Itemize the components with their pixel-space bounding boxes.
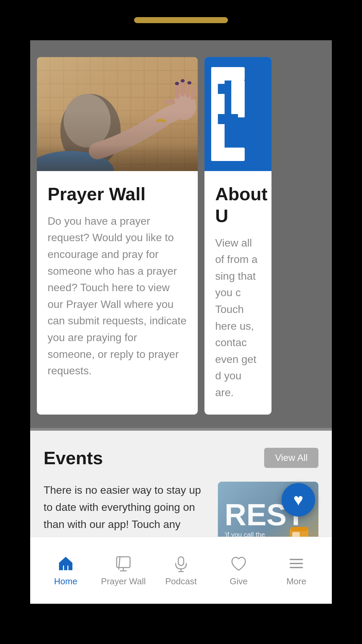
floating-favorites-button[interactable]: ♥ [282, 483, 315, 517]
about-card-title: About U [215, 183, 261, 227]
nav-item-home[interactable]: Home [37, 554, 95, 587]
svg-point-12 [187, 81, 191, 85]
svg-point-6 [64, 94, 111, 148]
nav-item-more[interactable]: More [267, 554, 325, 587]
nav-label-podcast: Podcast [165, 576, 197, 587]
svg-rect-4 [37, 57, 198, 171]
prayer-wall-image [37, 57, 198, 171]
svg-rect-35 [64, 566, 67, 570]
give-icon [229, 554, 248, 573]
prayer-wall-card[interactable]: Prayer Wall Do you have a prayer request… [37, 57, 198, 415]
section-divider [30, 428, 332, 431]
nav-label-give: Give [230, 576, 247, 587]
svg-point-11 [181, 79, 185, 83]
nav-label-prayer-wall: Prayer Wall [101, 576, 145, 587]
nav-item-give[interactable]: Give [210, 554, 267, 587]
prayer-wall-card-content: Prayer Wall Do you have a prayer request… [37, 171, 198, 393]
nav-label-more: More [286, 576, 306, 587]
prayer-wall-photo [37, 57, 198, 171]
svg-rect-40 [178, 557, 184, 566]
bottom-navigation: Home Prayer Wall Podcast [30, 537, 332, 604]
svg-point-10 [175, 82, 179, 85]
about-image: ℕ [204, 57, 272, 171]
more-icon [287, 554, 306, 573]
svg-rect-22 [218, 114, 238, 124]
status-bar [0, 0, 362, 40]
events-header: Events View All [44, 447, 318, 468]
about-letter-overlay [204, 57, 272, 171]
view-all-button[interactable]: View All [264, 448, 318, 468]
nav-label-home: Home [54, 576, 77, 587]
cards-scroll-section: Prayer Wall Do you have a prayer request… [30, 40, 332, 428]
home-icon [56, 554, 75, 573]
prayer-wall-nav-icon [114, 554, 133, 573]
prayer-wall-card-title: Prayer Wall [48, 183, 187, 205]
home-indicator [134, 17, 228, 23]
prayer-wall-card-description: Do you have a prayer request? Would you … [48, 213, 187, 379]
about-card-content: About U View all of from a sing that you… [204, 171, 272, 415]
about-card[interactable]: ℕ About U View all of from a sing t [204, 57, 272, 415]
svg-rect-19 [211, 148, 245, 161]
nav-item-prayer-wall[interactable]: Prayer Wall [95, 554, 152, 587]
svg-rect-13 [37, 144, 198, 171]
nav-item-podcast[interactable]: Podcast [152, 554, 210, 587]
svg-point-8 [37, 151, 114, 171]
prayer-wall-svg [37, 57, 198, 171]
svg-rect-21 [231, 80, 245, 117]
podcast-icon [172, 554, 190, 573]
svg-point-7 [105, 138, 116, 151]
app-container: Prayer Wall Do you have a prayer request… [30, 40, 332, 604]
heart-icon: ♥ [293, 490, 303, 509]
about-card-description: View all of from a sing that you c Touch… [215, 235, 261, 401]
events-section-title: Events [44, 447, 103, 468]
svg-rect-18 [211, 67, 245, 80]
svg-rect-29 [291, 527, 307, 531]
